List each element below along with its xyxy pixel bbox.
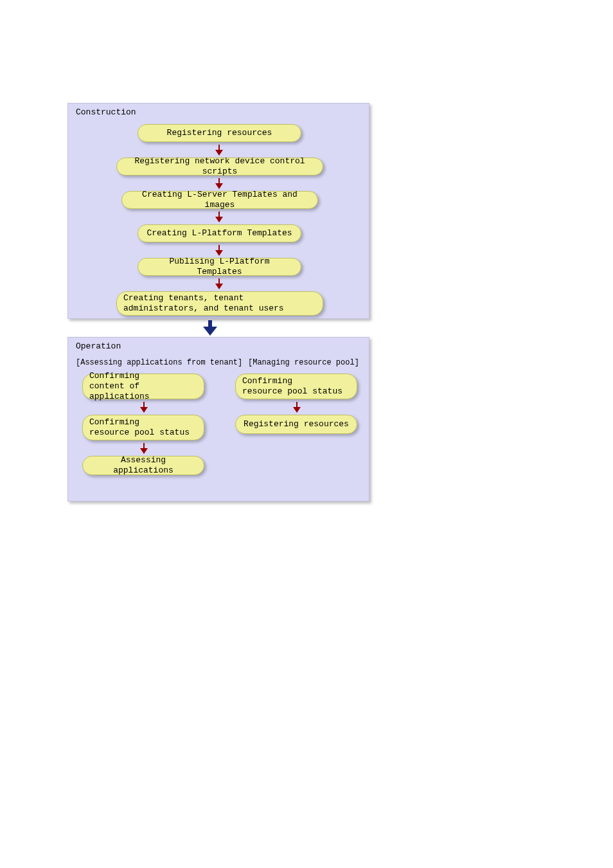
step-create-tenants: Creating tenants, tenant administrators,…: [116, 291, 323, 316]
operation-title: Operation: [76, 341, 121, 351]
arrow-down-icon: [215, 145, 223, 156]
arrow-down-icon: [215, 178, 223, 190]
step-registering-resources-right: Registering resources: [235, 415, 357, 434]
arrow-down-icon: [140, 443, 148, 455]
operation-left-label: [Assessing applications from tenant]: [76, 358, 242, 367]
construction-title: Construction: [76, 107, 136, 117]
arrow-down-icon: [215, 245, 223, 257]
construction-panel: Construction Registering resources Regis…: [67, 103, 369, 319]
arrow-down-large-icon: [203, 320, 217, 337]
operation-right-label: [Managing resource pool]: [248, 358, 359, 367]
arrow-down-icon: [293, 402, 301, 413]
step-register-resources: Registering resources: [138, 124, 301, 142]
step-confirm-application-content: Confirming content of applications: [82, 374, 204, 399]
arrow-down-icon: [215, 212, 223, 223]
arrow-down-icon: [215, 278, 223, 290]
step-register-network-scripts: Registering network device control scrip…: [116, 158, 323, 176]
operation-panel: Operation [Assessing applications from t…: [67, 337, 369, 502]
step-create-lserver-templates: Creating L-Server Templates and images: [121, 191, 318, 209]
step-confirm-resource-pool-right: Confirming resource pool status: [235, 374, 357, 399]
step-publish-lplatform-templates: Publising L-Platform Templates: [138, 258, 301, 276]
arrow-down-icon: [140, 402, 148, 413]
step-assessing-applications: Assessing applications: [82, 456, 204, 475]
step-create-lplatform-templates: Creating L-Platform Templates: [138, 224, 301, 242]
step-confirm-resource-pool-left: Confirming resource pool status: [82, 415, 204, 440]
